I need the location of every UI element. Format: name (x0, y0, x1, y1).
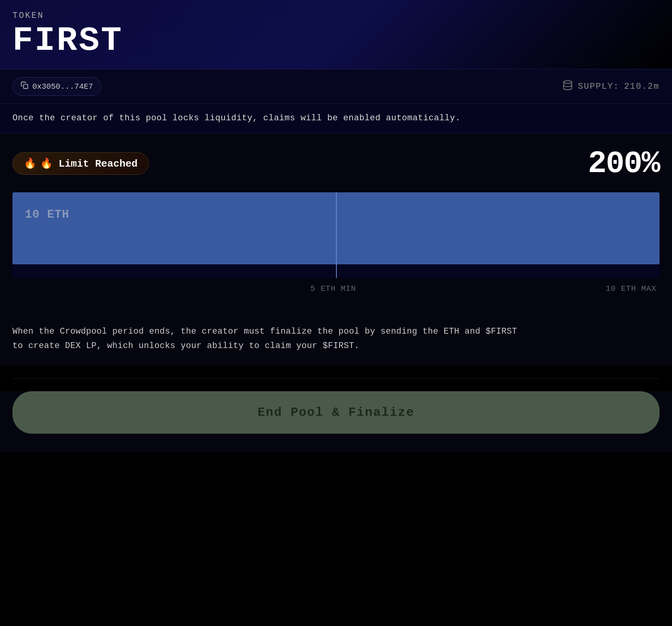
svg-point-1 (564, 81, 572, 83)
notice-bar: Once the creator of this pool locks liqu… (0, 104, 672, 134)
chart-max-label: 10 ETH MAX (606, 284, 656, 293)
supply-value: 210.2m (624, 82, 660, 91)
address-text: 0x3050...74E7 (32, 82, 93, 91)
token-label: TOKEN (12, 11, 660, 21)
finalize-section: End Pool & Finalize (0, 391, 672, 452)
svg-rect-0 (24, 84, 28, 89)
chart-eth-label: 10 ETH (25, 208, 69, 221)
notice-text: Once the creator of this pool locks liqu… (12, 113, 660, 125)
main-content: 🔥 🔥 Limit Reached 200% 10 ETH 5 ETH MIN … (0, 134, 672, 306)
chart-labels-row: 5 ETH MIN 10 ETH MAX (12, 278, 660, 293)
percentage-display: 200% (588, 146, 660, 181)
chart-min-label: 5 ETH MIN (310, 284, 356, 293)
chart-divider (336, 192, 337, 278)
supply-label: SUPPLY: (578, 82, 619, 91)
address-badge[interactable]: 0x3050...74E7 (12, 77, 101, 96)
header-section: TOKEN FIRST (0, 0, 672, 69)
chart-container: 10 ETH (12, 192, 660, 278)
copy-icon (21, 81, 28, 91)
database-icon (562, 80, 573, 93)
status-row: 🔥 🔥 Limit Reached 200% (12, 146, 660, 181)
fire-icon: 🔥 (24, 157, 36, 170)
description-text: When the Crowdpool period ends, the crea… (12, 324, 660, 353)
limit-text: 🔥 Limit Reached (40, 157, 137, 170)
limit-badge: 🔥 🔥 Limit Reached (12, 152, 149, 175)
supply-info: SUPPLY: 210.2m (562, 80, 660, 93)
section-divider (12, 378, 660, 379)
address-bar: 0x3050...74E7 SUPPLY: 210.2m (0, 69, 672, 104)
token-name: FIRST (12, 24, 660, 58)
finalize-button[interactable]: End Pool & Finalize (12, 391, 660, 434)
description-section: When the Crowdpool period ends, the crea… (0, 306, 672, 366)
